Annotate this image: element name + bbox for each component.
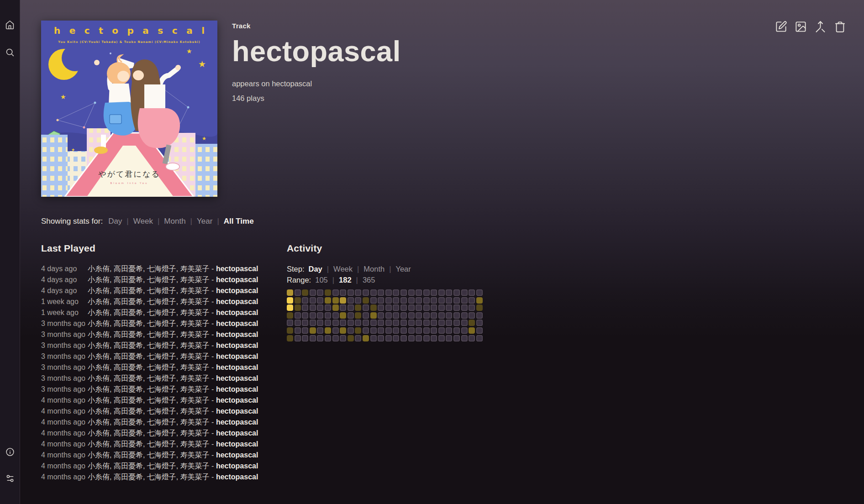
artist-track-separator: - (210, 451, 216, 459)
option-105[interactable]: 105 (315, 274, 328, 285)
activity-cell (423, 297, 430, 304)
row-artists-link[interactable]: 小糸侑, 高田憂希, 七海燈子, 寿美菜子 (88, 396, 210, 404)
home-button[interactable] (0, 16, 20, 34)
appears-on-prefix: appears on (232, 79, 272, 88)
option-day[interactable]: Day (108, 217, 122, 226)
row-artists-link[interactable]: 小糸侑, 高田憂希, 七海燈子, 寿美菜子 (88, 451, 210, 459)
row-track-link[interactable]: hectopascal (216, 374, 258, 382)
page-title: hectopascal (232, 36, 401, 66)
option-week[interactable]: Week (133, 217, 153, 226)
home-icon (5, 20, 15, 30)
play-time: 3 months ago (41, 340, 80, 351)
play-time: 4 months ago (41, 406, 80, 417)
activity-cell (431, 320, 437, 326)
activity-cell (476, 304, 483, 311)
activity-cell (453, 312, 460, 319)
row-artists-link[interactable]: 小糸侑, 高田憂希, 七海燈子, 寿美菜子 (88, 309, 210, 316)
cover-banner-text: やがて君になる (98, 169, 160, 178)
row-track-link[interactable]: hectopascal (216, 265, 258, 273)
search-icon (5, 47, 15, 57)
play-time: 3 months ago (41, 351, 80, 362)
option-day[interactable]: Day (309, 263, 322, 274)
last-played-heading: Last Played (41, 243, 287, 254)
svg-text:★: ★ (198, 59, 206, 69)
row-artists-link[interactable]: 小糸侑, 高田憂希, 七海燈子, 寿美菜子 (88, 462, 210, 470)
option-182[interactable]: 182 (339, 274, 352, 285)
artist-track-separator: - (210, 473, 216, 481)
row-artists-link[interactable]: 小糸侑, 高田憂希, 七海燈子, 寿美菜子 (88, 276, 210, 284)
row-track-link[interactable]: hectopascal (216, 440, 258, 448)
option-week[interactable]: Week (333, 263, 353, 274)
option-month[interactable]: Month (364, 263, 385, 274)
option-365[interactable]: 365 (363, 274, 375, 285)
appears-on-album-link[interactable]: hectopascal (272, 79, 312, 88)
artist-track-separator: - (210, 276, 216, 284)
activity-cell (400, 335, 407, 341)
edit-button[interactable] (774, 20, 787, 33)
row-artists-link[interactable]: 小糸侑, 高田憂希, 七海燈子, 寿美菜子 (88, 298, 210, 305)
row-track-link[interactable]: hectopascal (216, 320, 258, 327)
row-track-link[interactable]: hectopascal (216, 363, 258, 371)
appears-on-line: appears on hectopascal (232, 79, 401, 88)
row-track-link[interactable]: hectopascal (216, 462, 258, 470)
activity-cell (385, 327, 392, 334)
row-artists-link[interactable]: 小糸侑, 高田憂希, 七海燈子, 寿美菜子 (88, 429, 210, 437)
activity-cell (295, 320, 301, 326)
play-time: 1 week ago (41, 296, 80, 307)
option-month[interactable]: Month (164, 217, 185, 226)
merge-button[interactable] (814, 20, 827, 33)
row-artists-link[interactable]: 小糸侑, 高田憂希, 七海燈子, 寿美菜子 (88, 473, 210, 481)
row-artists-link[interactable]: 小糸侑, 高田憂希, 七海燈子, 寿美菜子 (88, 374, 210, 382)
row-artists-link[interactable]: 小糸侑, 高田憂希, 七海燈子, 寿美菜子 (88, 440, 210, 448)
row-track-link[interactable]: hectopascal (216, 473, 258, 481)
activity-cell (325, 304, 331, 311)
row-artists-link[interactable]: 小糸侑, 高田憂希, 七海燈子, 寿美菜子 (88, 320, 210, 327)
activity-cell (340, 297, 346, 304)
row-artists-link[interactable]: 小糸侑, 高田憂希, 七海燈子, 寿美菜子 (88, 385, 210, 393)
row-track-link[interactable]: hectopascal (216, 429, 258, 437)
row-artists-link[interactable]: 小糸侑, 高田憂希, 七海燈子, 寿美菜子 (88, 265, 210, 273)
activity-cell (469, 297, 475, 304)
row-artists-link[interactable]: 小糸侑, 高田憂希, 七海燈子, 寿美菜子 (88, 363, 210, 371)
row-track-link[interactable]: hectopascal (216, 418, 258, 426)
row-artists-link[interactable]: 小糸侑, 高田憂希, 七海燈子, 寿美菜子 (88, 331, 210, 338)
play-song: 小糸侑, 高田憂希, 七海燈子, 寿美菜子 - hectopascal (88, 439, 258, 450)
activity-cell (348, 320, 354, 326)
activity-cell (370, 304, 377, 311)
list-item: 3 months ago 小糸侑, 高田憂希, 七海燈子, 寿美菜子 - hec… (41, 318, 287, 329)
row-artists-link[interactable]: 小糸侑, 高田憂希, 七海燈子, 寿美菜子 (88, 341, 210, 349)
row-track-link[interactable]: hectopascal (216, 352, 258, 360)
delete-button[interactable] (833, 20, 846, 33)
row-track-link[interactable]: hectopascal (216, 451, 258, 459)
activity-cell (408, 312, 415, 319)
option-year[interactable]: Year (197, 217, 212, 226)
activity-cell (302, 312, 308, 319)
row-artists-link[interactable]: 小糸侑, 高田憂希, 七海燈子, 寿美菜子 (88, 407, 210, 415)
search-button[interactable] (0, 43, 20, 61)
edit-icon (775, 21, 787, 33)
option-year[interactable]: Year (395, 263, 411, 274)
activity-cell (453, 327, 460, 334)
row-track-link[interactable]: hectopascal (216, 331, 258, 338)
row-track-link[interactable]: hectopascal (216, 309, 258, 316)
separator: | (356, 274, 358, 285)
option-all-time[interactable]: All Time (224, 217, 254, 226)
row-artists-link[interactable]: 小糸侑, 高田憂希, 七海燈子, 寿美菜子 (88, 418, 210, 426)
row-artists-link[interactable]: 小糸侑, 高田憂希, 七海燈子, 寿美菜子 (88, 287, 210, 294)
settings-button[interactable] (0, 469, 20, 488)
row-track-link[interactable]: hectopascal (216, 298, 258, 305)
separator: | (158, 217, 159, 226)
row-track-link[interactable]: hectopascal (216, 407, 258, 415)
info-button[interactable] (0, 443, 20, 461)
activity-cell (355, 297, 361, 304)
list-item: 1 week ago 小糸侑, 高田憂希, 七海燈子, 寿美菜子 - hecto… (41, 296, 287, 307)
row-track-link[interactable]: hectopascal (216, 341, 258, 349)
row-track-link[interactable]: hectopascal (216, 276, 258, 284)
row-track-link[interactable]: hectopascal (216, 385, 258, 393)
row-track-link[interactable]: hectopascal (216, 396, 258, 404)
activity-cell (438, 304, 445, 311)
image-button[interactable] (794, 20, 807, 33)
row-artists-link[interactable]: 小糸侑, 高田憂希, 七海燈子, 寿美菜子 (88, 352, 210, 360)
row-track-link[interactable]: hectopascal (216, 287, 258, 294)
trash-icon (834, 21, 846, 33)
